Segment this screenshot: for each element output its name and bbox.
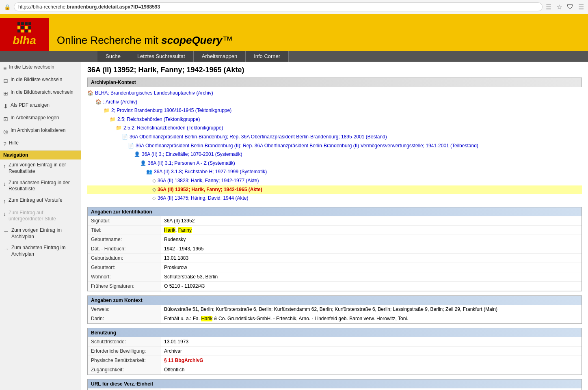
context-header: Angaben zum Kontext	[88, 296, 582, 305]
context-section: Angaben zum Kontext Verweis: Bülowstraße…	[87, 295, 582, 324]
sidebar-image-overview[interactable]: ⊞ In die Bildübersicht wechseln	[0, 87, 81, 99]
label-geburtsort: Geburtsort:	[88, 263, 161, 272]
field-wohnort: Wohnort: Schlüterstraße 53, Berlin	[88, 272, 582, 281]
tree-item-3[interactable]: 📁 2.5; Reichsbehörden (Tektonikgruppe)	[87, 115, 582, 124]
sidebar-child-level[interactable]: ↓ Zum Eintrag auf untergeordneter Stufe	[0, 207, 81, 225]
field-geburtsname: Geburtsname: Rudensky	[88, 235, 582, 244]
tree-item-10[interactable]: ◇ 36A (II) 13823; Harik, Fanny; 1942-197…	[87, 177, 582, 185]
tree-item-11-active[interactable]: ◇ 36A (II) 13952; Harik, Fanny; 1942-196…	[87, 185, 582, 194]
tree-item-2[interactable]: 📁 2; Provinz Brandenburg 1806/16-1945 (T…	[87, 106, 582, 115]
value-geburtsort: Proskurow	[161, 263, 582, 272]
sidebar-prev-archiv[interactable]: ← Zum vorigen Eintrag im Archivplan	[0, 225, 81, 242]
tree-diamond-icon-12: ◇	[152, 194, 156, 203]
tree-item-5[interactable]: 📄 36A Oberfinanzpräsident Berlin-Branden…	[87, 133, 582, 142]
label-geburtsname: Geburtsname:	[88, 235, 161, 244]
page-title: 36A (II) 13952; Harik, Fanny; 1942-1965 …	[87, 66, 582, 74]
tree-item-9[interactable]: 👥 36A (II) 3.1.8; Buchstabe H; 1927-1999…	[87, 168, 582, 177]
url-header: URL für diese Verz.-Einheit	[88, 379, 582, 388]
value-url: 🔗 http://blha-recherche.brandenburg.de/d…	[161, 388, 582, 390]
sidebar-pdf[interactable]: ⬇ Als PDF anzeigen	[0, 100, 81, 112]
sidebar-image-list[interactable]: ⊟ In die Bildliste wechseln	[0, 74, 81, 87]
tree-view: 🏠 BLHA; Brandenburgisches Landeshauptarc…	[87, 89, 582, 203]
main-layout: ≡ In die Liste wechseln ⊟ In die Bildlis…	[0, 62, 588, 390]
nav-suche[interactable]: Suche	[97, 51, 129, 62]
field-schutzfristende: Schutzfristende: 13.01.1973	[88, 337, 582, 347]
next-result-icon: ↓	[3, 180, 6, 187]
label-wohnort: Wohnort:	[88, 272, 161, 281]
url-text: https://blha-recherche.brandenburg.de/de…	[18, 4, 160, 10]
tree-item-7[interactable]: 👤 36A (II) 3.; Einzelfälle; 1870-2001 (S…	[87, 150, 582, 159]
tree-item-6[interactable]: 📄 36A Oberfinanzpräsident Berlin-Branden…	[87, 142, 582, 151]
sidebar-arbeitsmappe[interactable]: ⊡ In Arbeitsmappe legen	[0, 112, 81, 125]
label-darin: Darin:	[88, 314, 161, 323]
label-url: URL:	[88, 388, 161, 390]
value-geburtsname: Rudensky	[161, 235, 582, 244]
value-schutzfristende: 13.01.1973	[161, 337, 582, 347]
bookmark-list-icon[interactable]: ☰	[546, 3, 551, 11]
url-bar[interactable]: https://blha-recherche.brandenburg.de/de…	[14, 2, 543, 11]
nav-arbeitsmappen[interactable]: Arbeitsmappen	[194, 51, 246, 62]
label-schutzfristende: Schutzfristende:	[88, 337, 161, 347]
label-geburtsdatum: Geburtsdatum:	[88, 253, 161, 263]
context-table: Verweis: Bülowstraße 51, Berlin; Kurfürs…	[88, 305, 582, 323]
benutzung-header: Benutzung	[88, 328, 582, 337]
list-icon: ≡	[3, 65, 6, 72]
label-titel: Titel:	[88, 225, 161, 235]
tree-home-icon-0: 🏠	[87, 89, 93, 98]
star-icon[interactable]: ☆	[556, 3, 562, 11]
nav-items: Suche Letztes Suchresultat Arbeitsmappen…	[97, 51, 289, 62]
sidebar-next-archiv[interactable]: → Zum nächsten Eintrag im Archivplan	[0, 242, 81, 260]
logo-text: blha	[13, 34, 36, 47]
logo-area: blha	[0, 18, 49, 51]
shield-icon[interactable]: 🛡	[567, 3, 573, 11]
value-darin: Enthält u. a.: Fa. Harik & Co. Grundstüc…	[161, 314, 582, 323]
sidebar-parent-level[interactable]: ↑ Zum Eintrag auf Vorstufe	[0, 195, 81, 207]
image-overview-icon: ⊞	[3, 90, 8, 97]
sidebar-help[interactable]: ? Hilfe	[0, 138, 81, 150]
tree-person-icon-8: 👤	[140, 159, 146, 168]
field-benützbarkeit: Physische Benützbarkeit: § 11 BbgArchivG	[88, 356, 582, 365]
menu-icon[interactable]: ☰	[578, 3, 584, 11]
prev-archiv-icon: ←	[3, 228, 9, 235]
label-benützbarkeit: Physische Benützbarkeit:	[88, 356, 161, 365]
titel-fanny: Fanny	[178, 227, 192, 233]
value-bewilligung: Archivar	[161, 346, 582, 356]
value-signatur: 36A (II) 13952	[161, 216, 582, 226]
identification-header: Angaben zur Identifikation	[88, 207, 582, 216]
url-section: URL für diese Verz.-Einheit URL: 🔗 http:…	[87, 379, 582, 390]
locate-icon: ◎	[3, 128, 8, 135]
tree-doc-icon-6: 📄	[128, 142, 134, 151]
sidebar-prev-result[interactable]: ↑ Zum vorigen Eintrag in der Resultatlis…	[0, 159, 81, 177]
archivplan-header: Archivplan-Kontext	[87, 78, 582, 87]
value-dat-findbuch: 1942 - 1943, 1965	[161, 244, 582, 253]
image-list-icon: ⊟	[3, 77, 8, 84]
tree-person-icon-9: 👥	[146, 168, 152, 177]
sidebar-list-view[interactable]: ≡ In die Liste wechseln	[0, 62, 81, 74]
tree-item-12[interactable]: ◇ 36A (II) 13475; Häring, David; 1944 (A…	[87, 194, 582, 203]
sidebar-actions: ≡ In die Liste wechseln ⊟ In die Bildlis…	[0, 62, 81, 151]
tree-item-4[interactable]: 📁 2.5.2; Reichsfinanzbehörden (Tektonikg…	[87, 124, 582, 133]
sidebar-archivplan[interactable]: ◎ Im Archivplan lokalisieren	[0, 125, 81, 138]
tree-home-icon-1: 🏠	[95, 98, 102, 107]
tree-doc-icon-5: 📄	[122, 133, 128, 142]
child-icon: ↓	[3, 210, 6, 218]
label-verweis: Verweis:	[88, 305, 161, 314]
navigation-bar: Suche Letztes Suchresultat Arbeitsmappen…	[0, 51, 588, 62]
value-verweis: Bülowstraße 51, Berlin; Kurfürstenstraße…	[161, 305, 582, 314]
tree-item-0[interactable]: 🏠 BLHA; Brandenburgisches Landeshauptarc…	[87, 89, 582, 98]
browser-icons: ☰ ☆ 🛡 ☰	[546, 3, 584, 11]
physische-value: § 11 BbgArchivG	[164, 358, 203, 363]
tree-person-icon-7: 👤	[134, 150, 140, 159]
tree-item-8[interactable]: 👤 36A (II) 3.1; Personen A - Z (Systemat…	[87, 159, 582, 168]
label-zugänglichkeit: Zugänglichkeit:	[88, 365, 161, 374]
sidebar-next-result[interactable]: ↓ Zum nächsten Eintrag in der Resultatli…	[0, 177, 81, 195]
tree-diamond-icon-11: ◇	[152, 185, 156, 194]
identification-table: Signatur: 36A (II) 13952 Titel: Harik, F…	[88, 216, 582, 291]
nav-letztes-suchresultat[interactable]: Letztes Suchresultat	[129, 51, 194, 62]
label-fruehere-signaturen: Frühere Signaturen:	[88, 281, 161, 291]
nav-info-corner[interactable]: Info Corner	[246, 51, 289, 62]
sidebar: ≡ In die Liste wechseln ⊟ In die Bildlis…	[0, 62, 81, 390]
tree-folder-icon-3: 📁	[110, 115, 116, 124]
field-darin: Darin: Enthält u. a.: Fa. Harik & Co. Gr…	[88, 314, 582, 323]
tree-item-1[interactable]: 🏠 ; Archiv (Archiv)	[87, 98, 582, 107]
